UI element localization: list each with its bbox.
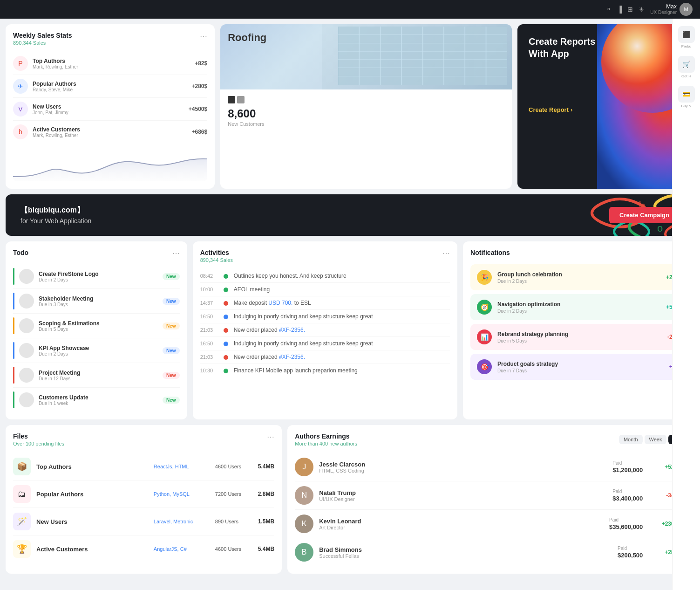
todo-color-bar-2 <box>13 317 14 334</box>
todo-item-3: KPI App Showcase Due in 2 Days New <box>13 338 180 363</box>
svg-text:o: o <box>657 222 663 234</box>
activity-dot-0 <box>224 274 228 279</box>
grid-icon[interactable]: ⊞ <box>627 6 633 13</box>
new-customers-label: New Customers <box>228 121 504 127</box>
todo-avatar-4 <box>19 368 34 383</box>
file-icon-0: 📦 <box>13 458 31 475</box>
files-subtitle: Over 100 pending files <box>13 441 64 446</box>
activities-title: Activities <box>200 249 233 256</box>
rp-item-geth[interactable]: 🛒 Get H <box>678 56 695 78</box>
activity-dot-6 <box>224 355 228 360</box>
period-month-btn[interactable]: Month <box>619 435 643 444</box>
activities-menu[interactable]: ⋯ <box>442 249 450 258</box>
activity-link-6[interactable]: #XF-2356. <box>279 354 305 360</box>
activity-7: 10:30 Finance KPI Mobile app launch prep… <box>200 364 450 377</box>
activities-list: 08:42 Outlines keep you honest. And keep… <box>200 269 450 377</box>
nc-icon-light <box>237 96 245 103</box>
rp-icon-prebu: ⬛ <box>678 26 695 43</box>
new-customers-number: 8,600 <box>228 107 504 120</box>
rp-item-buyn[interactable]: 💳 Buy N <box>678 86 695 108</box>
search-icon[interactable]: ⚬ <box>606 6 612 13</box>
period-week-btn[interactable]: Week <box>645 435 667 444</box>
todo-avatar-2 <box>19 318 34 333</box>
authors-earnings-card: Authors Earnings More than 400 new autho… <box>287 425 694 574</box>
file-icon-3: 🏆 <box>13 540 31 558</box>
stat-items-list: P Top Authors Mark, Rowling, Esther +82$… <box>13 52 207 143</box>
row-1: Weekly Sales Stats 890,344 Sales ⋯ P Top… <box>6 24 694 189</box>
authors-title: Authors Earnings <box>295 432 357 440</box>
author-item-3: B Brad Simmons Successful Fellas Paid $2… <box>295 538 687 566</box>
roofing-card: Roofing <box>220 24 512 189</box>
activity-3: 16:50 Indulging in poorly driving and ke… <box>200 310 450 323</box>
author-avatar-2: K <box>295 515 313 533</box>
todo-item-5: Customers Update Due in 1 week New <box>13 388 180 412</box>
todo-title: Todo <box>13 249 28 256</box>
topbar: ⚬ ▐ ⊞ ☀ Max UX Designer M <box>0 0 700 19</box>
files-menu[interactable]: ⋯ <box>267 432 274 441</box>
files-list: 📦 Top Authors ReactJs, HTML 4600 Users 5… <box>13 453 274 563</box>
activity-dot-5 <box>224 342 228 346</box>
author-avatar-0: J <box>295 458 313 476</box>
todo-color-bar-5 <box>13 391 14 408</box>
activity-4: 21:03 New order placed #XF-2356. <box>200 323 450 337</box>
campaign-text: 【biqubiqu.com】 for Your Web Application <box>20 206 91 225</box>
create-reports-card: Create ReportsWith App Create Report › <box>517 24 694 189</box>
author-avatar-3: B <box>295 543 313 562</box>
todo-color-bar-1 <box>13 293 14 309</box>
roofing-image: Roofing <box>220 24 512 89</box>
campaign-subtitle: for Your Web Application <box>20 217 91 225</box>
sales-chart <box>13 149 207 181</box>
create-report-link[interactable]: Create Report › <box>529 106 683 113</box>
user-name-display: Max UX Designer <box>650 3 677 15</box>
todo-avatar-1 <box>19 294 34 309</box>
activities-card: Activities 890,344 Sales ⋯ 08:42 Outline… <box>193 241 457 419</box>
popular-authors-icon: ✈ <box>13 79 28 94</box>
todo-card: Todo ⋯ Create FireStone Logo Due in 2 Da… <box>6 241 187 419</box>
activity-dot-3 <box>224 315 228 319</box>
signal-icon[interactable]: ▐ <box>617 6 622 13</box>
activities-subtitle: 890,344 Sales <box>200 257 233 263</box>
row-2: 【biqubiqu.com】 for Your Web Application … <box>6 194 694 236</box>
reports-title: Create ReportsWith App <box>529 35 683 60</box>
notif-item-3: 🎯 Product goals strategy Due in 7 Days +… <box>470 354 687 380</box>
create-campaign-button[interactable]: Create Campaign <box>609 207 680 223</box>
notifications-card: Notifications ⋯ 🎉 Group lunch celebratio… <box>463 241 694 419</box>
notif-item-0: 🎉 Group lunch celebration Due in 2 Days … <box>470 264 687 290</box>
sun-icon[interactable]: ☀ <box>639 6 645 13</box>
file-icon-2: 🪄 <box>13 513 31 530</box>
rp-icon-geth: 🛒 <box>678 56 695 73</box>
author-avatar-1: N <box>295 486 313 505</box>
todo-avatar-3 <box>19 343 34 358</box>
row-3: Todo ⋯ Create FireStone Logo Due in 2 Da… <box>6 241 694 419</box>
activity-link-2[interactable]: USD 700. <box>268 300 292 306</box>
nc-icons <box>228 96 504 103</box>
file-item-0: 📦 Top Authors ReactJs, HTML 4600 Users 5… <box>13 453 274 480</box>
weekly-sales-menu[interactable]: ⋯ <box>200 32 207 41</box>
stat-item-new-users: V New Users John, Pat, Jimmy +4500$ <box>13 98 207 121</box>
authors-subtitle: More than 400 new authors <box>295 441 357 446</box>
reports-content: Create ReportsWith App Create Report › <box>517 24 694 124</box>
campaign-banner: 【biqubiqu.com】 for Your Web Application … <box>6 194 694 236</box>
file-item-1: 🗂 Popular Authors Python, MySQL 7200 Use… <box>13 480 274 508</box>
author-item-1: N Natali Trump UI/UX Designer Paid $3,40… <box>295 481 687 510</box>
campaign-title: 【biqubiqu.com】 <box>20 206 91 215</box>
activity-link-4[interactable]: #XF-2356. <box>279 327 305 333</box>
todo-item-2: Scoping & Estimations Due in 5 Days New <box>13 314 180 338</box>
user-profile-area[interactable]: Max UX Designer M <box>650 3 693 16</box>
todo-avatar-5 <box>19 392 34 407</box>
authors-list: J Jessie Clarcson HTML, CSS Coding Paid … <box>295 453 687 566</box>
todo-item-0: Create FireStone Logo Due in 2 Days New <box>13 264 180 289</box>
rp-item-prebu[interactable]: ⬛ Prebu <box>678 26 695 48</box>
todo-color-bar-4 <box>13 367 14 384</box>
roofing-title: Roofing <box>228 32 266 44</box>
weekly-sales-card: Weekly Sales Stats 890,344 Sales ⋯ P Top… <box>6 24 215 189</box>
user-avatar[interactable]: M <box>680 3 693 16</box>
new-users-icon: V <box>13 102 28 117</box>
rp-icon-buyn: 💳 <box>678 86 695 103</box>
todo-menu[interactable]: ⋯ <box>172 249 180 258</box>
nc-icon-dark <box>228 96 235 103</box>
files-title: Files <box>13 432 64 440</box>
author-item-0: J Jessie Clarcson HTML, CSS Coding Paid … <box>295 453 687 481</box>
notif-icon-1: 🧭 <box>477 300 492 315</box>
file-item-2: 🪄 New Users Laravel, Metronic 890 Users … <box>13 508 274 535</box>
